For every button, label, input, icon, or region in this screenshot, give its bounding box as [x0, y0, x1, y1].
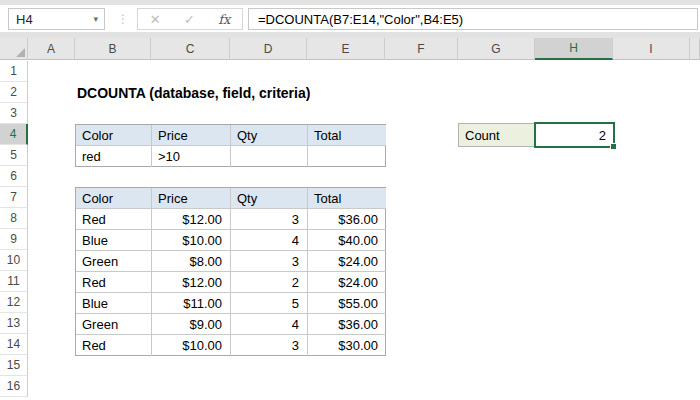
name-box-dropdown-icon[interactable]: ▾ — [93, 14, 98, 24]
data-table-cell[interactable]: $55.00 — [308, 293, 386, 314]
row-header-5[interactable]: 5 — [0, 145, 28, 166]
data-table-cell[interactable]: $12.00 — [152, 272, 231, 293]
data-table-header-cell[interactable]: Qty — [231, 188, 308, 209]
select-all-corner[interactable] — [0, 38, 28, 60]
row-header-1[interactable]: 1 — [0, 61, 28, 82]
data-table-cell[interactable]: 3 — [231, 209, 308, 230]
data-table-cell[interactable]: Red — [76, 272, 152, 293]
column-header-C[interactable]: C — [151, 38, 230, 60]
column-header-I[interactable]: I — [613, 38, 690, 60]
row-header-7[interactable]: 7 — [0, 187, 28, 208]
formula-input[interactable]: =DCOUNTA(B7:E14,"Color",B4:E5) — [248, 8, 698, 30]
data-table-cell[interactable]: $30.00 — [308, 335, 386, 356]
row-header-6[interactable]: 6 — [0, 166, 28, 187]
worksheet-grid: DCOUNTA (database, field, criteria) Colo… — [0, 38, 700, 400]
criteria-table-cell[interactable] — [231, 146, 308, 167]
column-header-F[interactable]: F — [385, 38, 458, 60]
row-header-13[interactable]: 13 — [0, 313, 28, 334]
cell-G4-count-label[interactable]: Count — [458, 123, 536, 147]
row-header-11[interactable]: 11 — [0, 271, 28, 292]
data-table-cell[interactable]: 2 — [231, 272, 308, 293]
column-header-B[interactable]: B — [75, 38, 151, 60]
column-header-E[interactable]: E — [307, 38, 385, 60]
data-table-cell[interactable]: Blue — [76, 230, 152, 251]
row-header-14[interactable]: 14 — [0, 334, 28, 355]
formula-bar-buttons: ✕ ✓ fx — [137, 8, 243, 30]
row-header-12[interactable]: 12 — [0, 292, 28, 313]
data-table-cell[interactable]: 5 — [231, 293, 308, 314]
column-header-D[interactable]: D — [230, 38, 307, 60]
formula-bar: H4 ▾ ⋮ ✕ ✓ fx =DCOUNTA(B7:E14,"Color",B4… — [0, 5, 700, 32]
data-table-cell[interactable]: $11.00 — [152, 293, 231, 314]
criteria-table: ColorPriceQtyTotalred>10 — [75, 124, 386, 167]
row-header-8[interactable]: 8 — [0, 208, 28, 229]
name-box-value: H4 — [16, 12, 33, 27]
criteria-table-cell[interactable] — [308, 146, 386, 167]
more-icon: ⋮ — [117, 8, 129, 30]
data-table-header-cell[interactable]: Price — [152, 188, 231, 209]
criteria-table-header-cell[interactable]: Total — [308, 125, 386, 146]
excel-window: H4 ▾ ⋮ ✕ ✓ fx =DCOUNTA(B7:E14,"Color",B4… — [0, 0, 700, 400]
row-header-16[interactable]: 16 — [0, 376, 28, 397]
data-table-cell[interactable]: $40.00 — [308, 230, 386, 251]
row-header-10[interactable]: 10 — [0, 250, 28, 271]
data-table-header-cell[interactable]: Color — [76, 188, 152, 209]
fill-handle[interactable] — [610, 143, 617, 150]
column-header-H[interactable]: H — [535, 38, 613, 60]
data-table: ColorPriceQtyTotalRed$12.003$36.00Blue$1… — [75, 187, 386, 356]
data-table-header-cell[interactable]: Total — [308, 188, 386, 209]
data-table-cell[interactable]: 4 — [231, 314, 308, 335]
data-table-cell[interactable]: $8.00 — [152, 251, 231, 272]
criteria-table-cell[interactable]: >10 — [152, 146, 231, 167]
data-table-cell[interactable]: 3 — [231, 251, 308, 272]
row-header-9[interactable]: 9 — [0, 229, 28, 250]
data-table-cell[interactable]: $10.00 — [152, 335, 231, 356]
row-header-15[interactable]: 15 — [0, 355, 28, 376]
data-table-cell[interactable]: Green — [76, 251, 152, 272]
row-header-2[interactable]: 2 — [0, 82, 28, 103]
enter-icon[interactable]: ✓ — [184, 12, 195, 27]
criteria-table-header-cell[interactable]: Qty — [231, 125, 308, 146]
criteria-table-cell[interactable]: red — [76, 146, 152, 167]
count-value: 2 — [599, 128, 606, 143]
data-table-cell[interactable]: Blue — [76, 293, 152, 314]
data-table-cell[interactable]: Red — [76, 209, 152, 230]
data-table-cell[interactable]: $9.00 — [152, 314, 231, 335]
cell-B2-title[interactable]: DCOUNTA (database, field, criteria) — [77, 82, 310, 103]
cancel-icon[interactable]: ✕ — [150, 12, 161, 27]
data-table-cell[interactable]: 4 — [231, 230, 308, 251]
data-table-cell[interactable]: $24.00 — [308, 272, 386, 293]
select-all-triangle-icon — [16, 48, 25, 57]
data-table-cell[interactable]: Red — [76, 335, 152, 356]
data-table-cell[interactable]: Green — [76, 314, 152, 335]
cell-H4-selected[interactable]: 2 — [534, 122, 615, 148]
column-header-A[interactable]: A — [28, 38, 75, 60]
data-table-cell[interactable]: $36.00 — [308, 314, 386, 335]
column-header-partial — [690, 38, 700, 60]
data-table-cell[interactable]: 3 — [231, 335, 308, 356]
column-header-G[interactable]: G — [458, 38, 535, 60]
row-header-3[interactable]: 3 — [0, 103, 28, 124]
criteria-table-header-cell[interactable]: Color — [76, 125, 152, 146]
name-box[interactable]: H4 ▾ — [8, 8, 105, 30]
data-table-cell[interactable]: $10.00 — [152, 230, 231, 251]
criteria-table-header-cell[interactable]: Price — [152, 125, 231, 146]
row-header-4[interactable]: 4 — [0, 124, 28, 145]
data-table-cell[interactable]: $36.00 — [308, 209, 386, 230]
data-table-cell[interactable]: $24.00 — [308, 251, 386, 272]
insert-function-icon[interactable]: fx — [218, 12, 230, 27]
data-table-cell[interactable]: $12.00 — [152, 209, 231, 230]
